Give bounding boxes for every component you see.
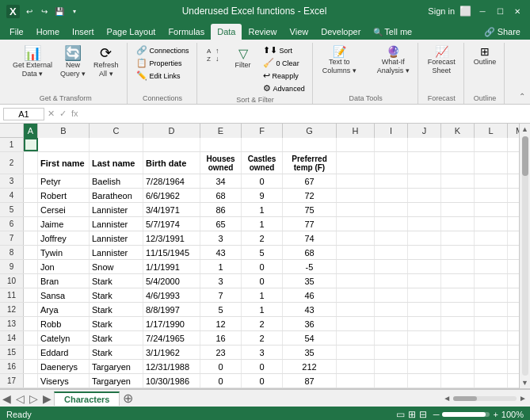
cell-G7[interactable]: 74 [283, 231, 337, 245]
cell-B13[interactable]: Robb [38, 317, 90, 330]
cell-F9[interactable]: 0 [242, 260, 283, 273]
reapply-btn[interactable]: ↩ Reapply [261, 70, 307, 82]
cell-E4[interactable]: 68 [200, 189, 242, 202]
cell-i2[interactable] [375, 152, 408, 174]
cell-F6[interactable]: 1 [242, 217, 283, 231]
cell-k1[interactable] [441, 138, 475, 151]
cell-h1[interactable] [337, 138, 375, 151]
ribbon-expand[interactable]: ⌃ [519, 43, 525, 104]
page-break-btn[interactable]: ⊟ [419, 409, 427, 420]
cell-L17[interactable] [475, 374, 508, 388]
cell-K11[interactable] [441, 288, 475, 302]
cell-L16[interactable] [475, 360, 508, 373]
tab-file[interactable]: File [3, 24, 30, 40]
tab-page-layout[interactable]: Page Layout [101, 24, 162, 40]
cell-C7[interactable]: Lannister [90, 231, 143, 245]
cell-E17[interactable]: 0 [200, 374, 242, 388]
cell-b1[interactable] [38, 138, 90, 151]
col-header-h[interactable]: H [337, 124, 375, 138]
cell-G16[interactable]: 212 [283, 360, 337, 373]
cell-G12[interactable]: 43 [283, 303, 337, 316]
cell-K3[interactable] [441, 174, 475, 188]
col-header-f[interactable]: F [242, 124, 283, 138]
cell-D10[interactable]: 5/4/2000 [143, 274, 200, 288]
cancel-formula-btn[interactable]: ✕ [48, 109, 55, 119]
cell-H8[interactable] [337, 246, 375, 259]
cell-J11[interactable] [408, 288, 441, 302]
cell-g2[interactable]: Preferred temp (F) [283, 152, 337, 174]
sign-in-btn[interactable]: Sign in [428, 6, 455, 16]
cell-E13[interactable]: 12 [200, 317, 242, 330]
h-scroll-track[interactable] [453, 396, 517, 401]
cell-a2[interactable] [24, 152, 38, 174]
connections-btn[interactable]: 🔗 Connections [134, 44, 192, 56]
cell-B11[interactable]: Sansa [38, 288, 90, 302]
cell-D7[interactable]: 12/3/1991 [143, 231, 200, 245]
advanced-btn[interactable]: ⚙ Advanced [261, 82, 307, 94]
get-external-data-btn[interactable]: 📊 Get ExternalData ▾ [10, 44, 55, 80]
save-btn[interactable]: 💾 [53, 5, 66, 17]
cell-I3[interactable] [375, 174, 408, 188]
new-query-btn[interactable]: 🔄 NewQuery ▾ [57, 44, 89, 80]
redo-btn[interactable]: ↪ [38, 5, 51, 17]
cell-J8[interactable] [408, 246, 441, 259]
zoom-thumb[interactable] [442, 412, 486, 417]
cell-B15[interactable]: Eddard [38, 346, 90, 359]
cell-F10[interactable]: 0 [242, 274, 283, 288]
cell-B14[interactable]: Catelyn [38, 331, 90, 345]
tab-insert[interactable]: Insert [66, 24, 101, 40]
cell-G4[interactable]: 72 [283, 189, 337, 202]
cell-B5[interactable]: Cersei [38, 203, 90, 216]
cell-E12[interactable]: 5 [200, 303, 242, 316]
cell-C17[interactable]: Targaryen [90, 374, 143, 388]
cell-e1[interactable] [200, 138, 242, 151]
cell-F15[interactable]: 3 [242, 346, 283, 359]
cell-J17[interactable] [408, 374, 441, 388]
cell-A3[interactable] [24, 174, 38, 188]
cell-J15[interactable] [408, 346, 441, 359]
cell-b2[interactable]: First name [38, 152, 90, 174]
cell-B6[interactable]: Jaime [38, 217, 90, 231]
cell-M3[interactable] [508, 174, 519, 188]
cell-F17[interactable]: 0 [242, 374, 283, 388]
cell-L15[interactable] [475, 346, 508, 359]
cell-E8[interactable]: 43 [200, 246, 242, 259]
cell-G10[interactable]: 35 [283, 274, 337, 288]
insert-function-btn[interactable]: fx [71, 109, 78, 119]
cell-L8[interactable] [475, 246, 508, 259]
cell-k2[interactable] [441, 152, 475, 174]
cell-D6[interactable]: 5/7/1974 [143, 217, 200, 231]
cell-E6[interactable]: 65 [200, 217, 242, 231]
cell-H5[interactable] [337, 203, 375, 216]
cell-L14[interactable] [475, 331, 508, 345]
confirm-formula-btn[interactable]: ✓ [59, 109, 67, 119]
cell-D3[interactable]: 7/28/1964 [143, 174, 200, 188]
cell-F13[interactable]: 2 [242, 317, 283, 330]
cell-E5[interactable]: 86 [200, 203, 242, 216]
cell-reference-box[interactable] [3, 108, 44, 120]
col-header-c[interactable]: C [90, 124, 143, 138]
col-header-l[interactable]: L [475, 124, 508, 138]
cell-H9[interactable] [337, 260, 375, 273]
cell-F5[interactable]: 1 [242, 203, 283, 216]
cell-C9[interactable]: Snow [90, 260, 143, 273]
formula-input[interactable] [82, 109, 527, 119]
cell-L6[interactable] [475, 217, 508, 231]
vertical-scrollbar[interactable]: ▲ ▼ [519, 124, 530, 388]
cell-H13[interactable] [337, 317, 375, 330]
what-if-btn[interactable]: 🔮 What-IfAnalysis ▾ [374, 44, 413, 77]
cell-B10[interactable]: Bran [38, 274, 90, 288]
cell-A13[interactable] [24, 317, 38, 330]
tab-developer[interactable]: Developer [315, 24, 367, 40]
sort-btn[interactable]: ⬆⬇ Sort [261, 44, 307, 56]
sheet-prev2-btn[interactable]: ◁ [13, 392, 27, 405]
cell-L9[interactable] [475, 260, 508, 273]
cell-C6[interactable]: Lannister [90, 217, 143, 231]
col-header-k[interactable]: K [441, 124, 475, 138]
text-to-columns-btn[interactable]: 📝 Text toColumns ▾ [319, 44, 360, 77]
cell-m1[interactable] [508, 138, 519, 151]
cell-D13[interactable]: 1/17/1990 [143, 317, 200, 330]
cell-M11[interactable] [508, 288, 519, 302]
cell-K12[interactable] [441, 303, 475, 316]
cell-D17[interactable]: 10/30/1986 [143, 374, 200, 388]
